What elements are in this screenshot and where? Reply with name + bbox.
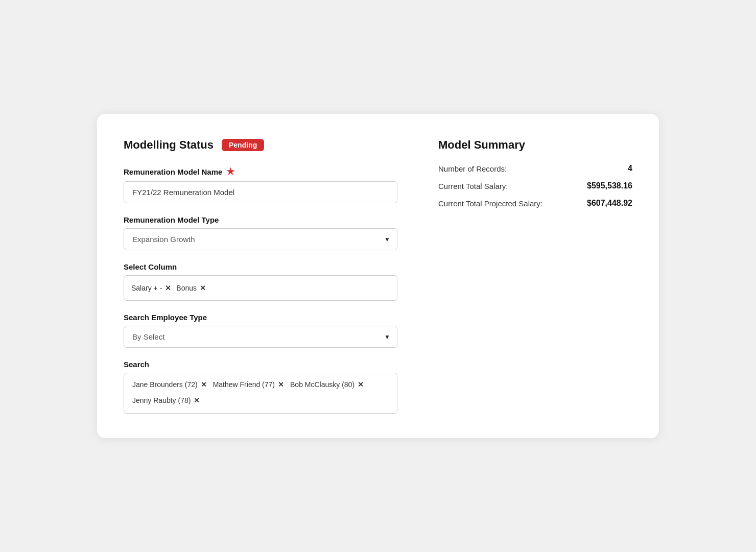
- tag-salary-remove[interactable]: ✕: [165, 284, 171, 292]
- projected-salary-value: $607,448.92: [587, 199, 632, 208]
- select-column-field-group: Select Column Salary + - ✕ Bonus ✕: [124, 262, 397, 301]
- employee-type-label: Search Employee Type: [124, 313, 397, 322]
- tag-salary: Salary + - ✕: [131, 284, 171, 292]
- employee-type-field-group: Search Employee Type By Select ▼: [124, 313, 397, 348]
- tag-jane-remove[interactable]: ✕: [201, 381, 207, 388]
- tag-mathew-label: Mathew Friend (77): [213, 380, 275, 389]
- tag-bonus-label: Bonus: [176, 284, 197, 292]
- left-panel: Modelling Status Pending Remuneration Mo…: [124, 138, 397, 414]
- tag-salary-label: Salary + -: [131, 284, 162, 292]
- search-label: Search: [124, 360, 397, 369]
- tag-mathew-remove[interactable]: ✕: [278, 381, 284, 388]
- model-name-label: Remuneration Model Name ★: [124, 166, 397, 177]
- tag-jenny-remove[interactable]: ✕: [194, 397, 200, 404]
- modelling-status-header: Modelling Status Pending: [124, 138, 397, 152]
- employee-type-select[interactable]: By Select: [124, 326, 397, 348]
- modelling-status-title: Modelling Status: [124, 138, 214, 152]
- select-column-tags-container: Salary + - ✕ Bonus ✕: [124, 275, 397, 301]
- status-badge: Pending: [222, 139, 264, 151]
- current-salary-value: $595,538.16: [587, 181, 632, 190]
- tag-jane-label: Jane Brounders (72): [132, 380, 198, 389]
- summary-row-records: Number of Records: 4: [438, 164, 632, 173]
- model-type-field-group: Remuneration Model Type Expansion Growth…: [124, 215, 397, 250]
- summary-table: Number of Records: 4 Current Total Salar…: [438, 164, 632, 208]
- model-name-field-group: Remuneration Model Name ★: [124, 166, 397, 203]
- main-card: Modelling Status Pending Remuneration Mo…: [97, 114, 659, 438]
- tag-jenny: Jenny Raubty (78) ✕: [132, 396, 389, 404]
- select-column-label: Select Column: [124, 262, 397, 271]
- tag-bonus-remove[interactable]: ✕: [200, 284, 206, 292]
- tag-mathew: Mathew Friend (77) ✕: [213, 380, 284, 389]
- tag-bob: Bob McClausky (80) ✕: [290, 380, 364, 389]
- model-name-input[interactable]: [124, 181, 397, 203]
- right-panel: Model Summary Number of Records: 4 Curre…: [438, 138, 632, 414]
- tag-jane: Jane Brounders (72) ✕: [132, 380, 207, 389]
- model-type-select-wrapper: Expansion Growth ▼: [124, 228, 397, 250]
- summary-title: Model Summary: [438, 138, 632, 152]
- tag-bonus: Bonus ✕: [176, 284, 206, 292]
- current-salary-label: Current Total Salary:: [438, 182, 508, 190]
- tag-jenny-label: Jenny Raubty (78): [132, 396, 191, 404]
- summary-row-projected-salary: Current Total Projected Salary: $607,448…: [438, 199, 632, 208]
- records-value: 4: [628, 164, 632, 173]
- tag-bob-label: Bob McClausky (80): [290, 380, 355, 389]
- model-type-select[interactable]: Expansion Growth: [124, 228, 397, 250]
- required-star: ★: [226, 166, 234, 177]
- search-field-group: Search Jane Brounders (72) ✕ Mathew Frie…: [124, 360, 397, 414]
- employee-type-select-wrapper: By Select ▼: [124, 326, 397, 348]
- tag-bob-remove[interactable]: ✕: [358, 381, 364, 388]
- summary-row-current-salary: Current Total Salary: $595,538.16: [438, 181, 632, 190]
- model-type-label: Remuneration Model Type: [124, 215, 397, 224]
- records-label: Number of Records:: [438, 164, 507, 173]
- projected-salary-label: Current Total Projected Salary:: [438, 199, 542, 208]
- search-tags-container: Jane Brounders (72) ✕ Mathew Friend (77)…: [124, 373, 397, 414]
